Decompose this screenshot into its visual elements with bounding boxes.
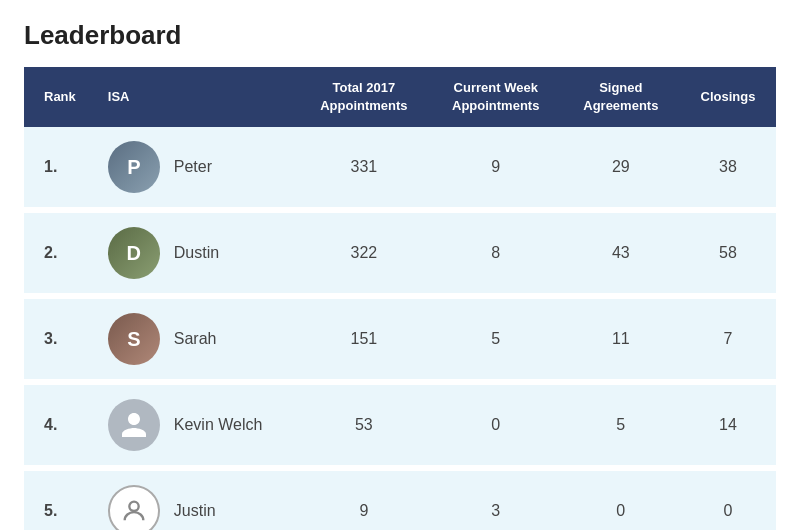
cell-total2017: 53 — [298, 382, 430, 468]
table-row: 1. P Peter 331 9 29 38 — [24, 127, 776, 210]
cell-total2017: 9 — [298, 468, 430, 530]
col-closings: Closings — [680, 67, 776, 127]
col-rank: Rank — [24, 67, 92, 127]
cell-signed-agreements: 11 — [562, 296, 680, 382]
table-row: 3. S Sarah 151 5 11 7 — [24, 296, 776, 382]
cell-current-week: 8 — [430, 210, 562, 296]
page-title: Leaderboard — [24, 20, 776, 51]
cell-name: P Peter — [92, 127, 298, 210]
person-name: Peter — [174, 158, 212, 176]
col-isa: ISA — [92, 67, 298, 127]
cell-closings: 58 — [680, 210, 776, 296]
cell-closings: 38 — [680, 127, 776, 210]
table-header-row: Rank ISA Total 2017Appointments Current … — [24, 67, 776, 127]
cell-closings: 7 — [680, 296, 776, 382]
cell-name: S Sarah — [92, 296, 298, 382]
col-total2017: Total 2017Appointments — [298, 67, 430, 127]
table-row: 4. Kevin Welch 53 0 5 14 — [24, 382, 776, 468]
leaderboard-table: Rank ISA Total 2017Appointments Current … — [24, 67, 776, 530]
cell-rank: 2. — [24, 210, 92, 296]
table-row: 2. D Dustin 322 8 43 58 — [24, 210, 776, 296]
person-name: Kevin Welch — [174, 416, 263, 434]
cell-signed-agreements: 5 — [562, 382, 680, 468]
avatar — [108, 399, 160, 451]
cell-rank: 3. — [24, 296, 92, 382]
cell-name: Justin — [92, 468, 298, 530]
cell-current-week: 5 — [430, 296, 562, 382]
table-row: 5. Justin 9 3 0 0 — [24, 468, 776, 530]
cell-current-week: 9 — [430, 127, 562, 210]
cell-total2017: 322 — [298, 210, 430, 296]
person-name: Justin — [174, 502, 216, 520]
cell-rank: 1. — [24, 127, 92, 210]
svg-point-0 — [129, 502, 138, 511]
avatar: P — [108, 141, 160, 193]
cell-name: Kevin Welch — [92, 382, 298, 468]
cell-total2017: 331 — [298, 127, 430, 210]
col-current-week: Current WeekAppointments — [430, 67, 562, 127]
person-name: Sarah — [174, 330, 217, 348]
cell-current-week: 0 — [430, 382, 562, 468]
avatar — [108, 485, 160, 530]
cell-closings: 0 — [680, 468, 776, 530]
avatar: S — [108, 313, 160, 365]
cell-signed-agreements: 0 — [562, 468, 680, 530]
cell-name: D Dustin — [92, 210, 298, 296]
col-signed-agreements: SignedAgreements — [562, 67, 680, 127]
avatar: D — [108, 227, 160, 279]
cell-closings: 14 — [680, 382, 776, 468]
person-name: Dustin — [174, 244, 219, 262]
cell-rank: 4. — [24, 382, 92, 468]
cell-signed-agreements: 43 — [562, 210, 680, 296]
cell-total2017: 151 — [298, 296, 430, 382]
cell-rank: 5. — [24, 468, 92, 530]
cell-current-week: 3 — [430, 468, 562, 530]
cell-signed-agreements: 29 — [562, 127, 680, 210]
